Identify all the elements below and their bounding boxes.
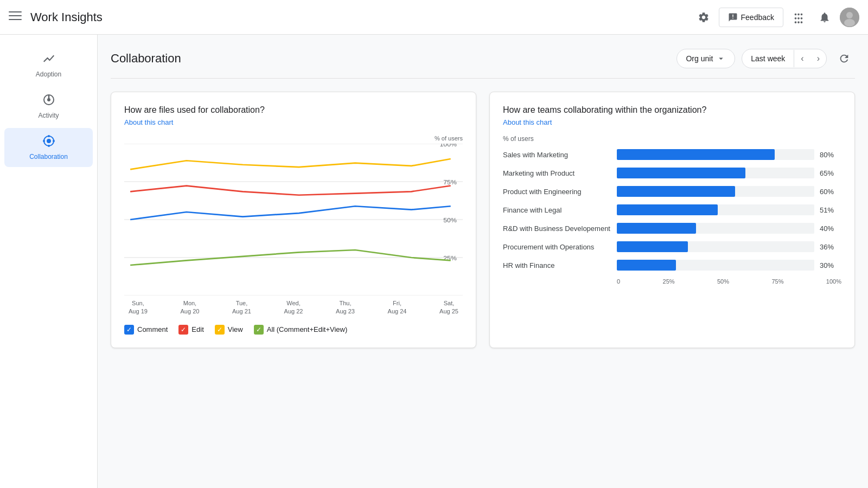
svg-point-12 — [43, 140, 45, 142]
page-title: Collaboration — [111, 52, 676, 66]
bar-track — [617, 223, 814, 234]
cards-grid: How are files used for collaboration? Ab… — [111, 92, 855, 348]
legend-view-label: View — [228, 325, 243, 333]
org-unit-dropdown[interactable]: Org unit — [676, 49, 735, 68]
header-actions: Feedback — [693, 7, 859, 28]
sidebar-item-collaboration[interactable]: Collaboration — [4, 128, 93, 167]
sidebar-item-adoption-label: Adoption — [36, 70, 61, 78]
svg-rect-1 — [9, 15, 22, 16]
svg-point-10 — [48, 135, 50, 137]
bar-pct-label: 65% — [820, 169, 841, 177]
svg-point-5 — [844, 19, 855, 27]
legend-edit-label: Edit — [192, 325, 203, 333]
bell-button[interactable] — [814, 7, 835, 28]
left-card: How are files used for collaboration? Ab… — [111, 92, 476, 348]
svg-text:100%: 100% — [440, 144, 457, 148]
svg-rect-0 — [9, 11, 22, 12]
bar-fill — [617, 241, 688, 252]
bar-track — [617, 260, 814, 271]
svg-rect-2 — [9, 19, 22, 20]
bar-track — [617, 149, 814, 160]
x-label-2: Tue,Aug 21 — [232, 299, 251, 316]
prev-week-button[interactable]: ‹ — [794, 49, 810, 68]
feedback-button[interactable]: Feedback — [719, 8, 783, 27]
legend-all-label: All (Comment+Edit+View) — [267, 325, 348, 333]
bar-track — [617, 168, 814, 178]
svg-text:50%: 50% — [443, 217, 457, 224]
right-card-about[interactable]: About this chart — [503, 118, 841, 126]
bar-rows-container: Sales with Marketing80%Marketing with Pr… — [503, 149, 841, 271]
page-controls: Org unit Last week ‹ › — [676, 48, 855, 69]
bar-pct-label: 80% — [820, 151, 841, 159]
bar-label: HR with Finance — [503, 261, 611, 269]
svg-point-7 — [48, 99, 50, 101]
sidebar-item-activity[interactable]: Activity — [4, 87, 93, 126]
legend-view[interactable]: ✓ View — [215, 325, 243, 335]
adoption-icon — [42, 52, 55, 68]
legend-comment[interactable]: ✓ Comment — [124, 325, 168, 335]
bar-pct-label: 60% — [820, 188, 841, 196]
svg-point-11 — [48, 145, 50, 147]
edit-checkbox[interactable]: ✓ — [178, 325, 188, 335]
main-content: Collaboration Org unit Last week ‹ › — [98, 35, 868, 488]
bar-row: Sales with Marketing80% — [503, 149, 841, 160]
menu-icon[interactable] — [9, 9, 22, 25]
line-chart: 100% 75% 50% 25% — [124, 144, 463, 296]
right-card-title: How are teams collaborating within the o… — [503, 105, 841, 115]
svg-point-13 — [53, 140, 55, 142]
bar-label: Marketing with Product — [503, 169, 611, 177]
bar-pct-label: 30% — [820, 261, 841, 269]
layout: Adoption Activity — [0, 35, 868, 488]
bar-row: Procurement with Operations36% — [503, 241, 841, 252]
bar-label: Sales with Marketing — [503, 151, 611, 159]
app-title: Work Insights — [30, 10, 693, 24]
bar-y-label: % of users — [503, 135, 841, 143]
settings-button[interactable] — [693, 7, 714, 28]
left-card-about[interactable]: About this chart — [124, 118, 463, 126]
legend-comment-label: Comment — [137, 325, 168, 333]
bar-track — [617, 204, 814, 215]
feedback-label: Feedback — [741, 13, 774, 22]
week-label: Last week — [742, 50, 794, 67]
sidebar-item-activity-label: Activity — [38, 112, 59, 119]
bar-fill — [617, 223, 696, 234]
activity-icon — [42, 93, 55, 110]
sidebar: Adoption Activity — [0, 35, 98, 488]
comment-checkbox[interactable]: ✓ — [124, 325, 134, 335]
sidebar-item-collaboration-label: Collaboration — [29, 153, 68, 160]
x-label-6: Sat,Aug 25 — [439, 299, 458, 316]
right-card: How are teams collaborating within the o… — [489, 92, 855, 348]
bar-track — [617, 186, 814, 197]
bar-row: Marketing with Product65% — [503, 168, 841, 178]
bar-pct-label: 40% — [820, 224, 841, 233]
grid-button[interactable] — [788, 7, 809, 28]
bar-x-axis: 0 25% 50% 75% 100% — [503, 278, 841, 285]
bar-chart: % of users Sales with Marketing80%Market… — [503, 135, 841, 285]
sidebar-item-adoption[interactable]: Adoption — [4, 46, 93, 85]
x-label-4: Thu,Aug 23 — [336, 299, 355, 316]
svg-point-9 — [47, 139, 51, 143]
bar-pct-label: 51% — [820, 206, 841, 214]
line-chart-container: % of users 100% 75% 50% 25% — [124, 135, 463, 335]
bar-fill — [617, 260, 676, 271]
x-label-5: Fri,Aug 24 — [388, 299, 407, 316]
x-axis-labels: Sun,Aug 19 Mon,Aug 20 Tue,Aug 21 Wed,Aug… — [124, 299, 463, 316]
legend-all[interactable]: ✓ All (Comment+Edit+View) — [254, 325, 348, 335]
bar-track — [617, 241, 814, 252]
bar-fill — [617, 149, 775, 160]
collaboration-icon — [42, 134, 55, 151]
svg-point-4 — [846, 12, 853, 18]
page-header: Collaboration Org unit Last week ‹ › — [111, 35, 855, 79]
refresh-button[interactable] — [833, 48, 855, 69]
bar-row: R&D with Business Developement40% — [503, 223, 841, 234]
next-week-button[interactable]: › — [810, 49, 826, 68]
header: Work Insights Feedback — [0, 0, 868, 35]
avatar[interactable] — [840, 8, 859, 27]
x-label-0: Sun,Aug 19 — [129, 299, 148, 316]
bar-row: Product with Engineering60% — [503, 186, 841, 197]
view-checkbox[interactable]: ✓ — [215, 325, 225, 335]
bar-label: Finance with Legal — [503, 206, 611, 214]
all-checkbox[interactable]: ✓ — [254, 325, 264, 335]
legend-edit[interactable]: ✓ Edit — [178, 325, 203, 335]
bar-row: Finance with Legal51% — [503, 204, 841, 215]
